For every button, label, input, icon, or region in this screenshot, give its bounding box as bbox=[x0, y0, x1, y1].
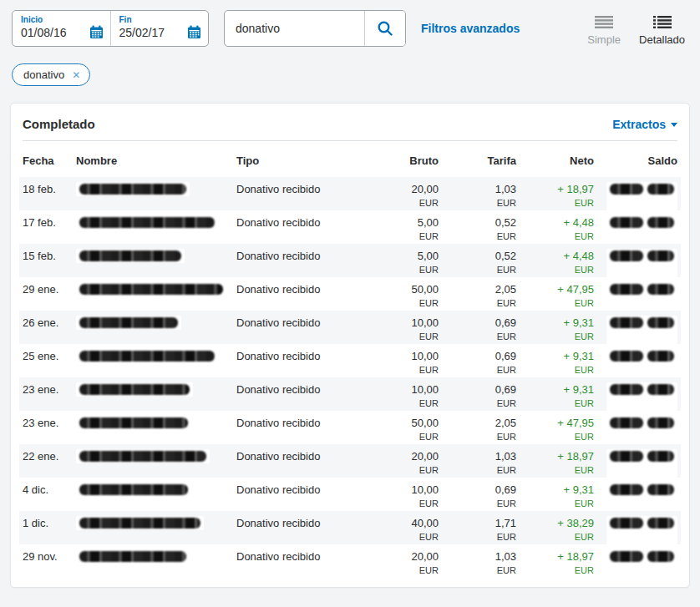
cell-tipo: Donativo recibido bbox=[236, 351, 368, 377]
redacted-name bbox=[79, 484, 188, 495]
cell-nombre bbox=[76, 451, 236, 478]
cell-tipo: Donativo recibido bbox=[236, 184, 368, 210]
cell-saldo bbox=[594, 484, 677, 511]
cell-fecha: 17 feb. bbox=[23, 217, 76, 244]
redacted-name bbox=[79, 351, 215, 362]
detailed-view-icon bbox=[652, 15, 672, 29]
filter-chip-donativo[interactable]: donativo ✕ bbox=[12, 63, 90, 86]
date-end-value[interactable]: 25/02/17 bbox=[119, 26, 165, 39]
redacted-balance bbox=[606, 282, 677, 311]
redacted-name bbox=[79, 551, 186, 562]
cell-neto: + 47,95EUR bbox=[516, 417, 594, 444]
redacted-name bbox=[79, 417, 188, 428]
cell-tarifa: 1,03EUR bbox=[439, 551, 516, 578]
cell-tipo: Donativo recibido bbox=[236, 250, 368, 277]
table-row[interactable]: 23 ene. Donativo recibido 10,00EUR 0,69E… bbox=[19, 377, 681, 411]
column-header-saldo: Saldo bbox=[594, 154, 677, 167]
cell-tarifa: 0,69EUR bbox=[439, 317, 516, 344]
table-row[interactable]: 25 ene. Donativo recibido 10,00EUR 0,69E… bbox=[19, 344, 681, 377]
cell-tarifa: 0,69EUR bbox=[439, 484, 516, 511]
date-end-field[interactable]: Fin 25/02/17 bbox=[111, 11, 209, 46]
cell-neto: + 18,97EUR bbox=[516, 184, 594, 210]
cell-neto: + 38,29EUR bbox=[516, 518, 594, 544]
cell-saldo bbox=[594, 417, 677, 444]
cell-bruto: 20,00EUR bbox=[368, 184, 439, 210]
column-header-fecha: Fecha bbox=[23, 154, 76, 167]
cell-tarifa: 0,69EUR bbox=[439, 384, 516, 411]
column-header-neto: Neto bbox=[516, 154, 594, 167]
cell-tipo: Donativo recibido bbox=[236, 384, 368, 411]
calendar-icon[interactable] bbox=[187, 25, 201, 39]
advanced-filters-link[interactable]: Filtros avanzados bbox=[421, 10, 520, 47]
date-start-value[interactable]: 01/08/16 bbox=[21, 26, 67, 39]
column-header-nombre: Nombre bbox=[76, 154, 236, 167]
redacted-name bbox=[79, 518, 200, 529]
cell-nombre bbox=[76, 250, 236, 277]
cell-bruto: 10,00EUR bbox=[368, 384, 439, 411]
table-row[interactable]: 23 ene. Donativo recibido 50,00EUR 2,05E… bbox=[19, 411, 681, 444]
cell-neto: + 9,31EUR bbox=[516, 317, 594, 344]
cell-bruto: 50,00EUR bbox=[368, 417, 439, 444]
date-start-field[interactable]: Inicio 01/08/16 bbox=[13, 11, 110, 46]
table-row[interactable]: 15 feb. Donativo recibido 5,00EUR 0,52EU… bbox=[19, 244, 681, 277]
view-simple-label: Simple bbox=[587, 33, 621, 46]
column-header-bruto: Bruto bbox=[368, 154, 439, 167]
cell-bruto: 40,00EUR bbox=[368, 518, 439, 544]
table-row[interactable]: 4 dic. Donativo recibido 10,00EUR 0,69EU… bbox=[19, 478, 681, 511]
cell-fecha: 26 ene. bbox=[23, 317, 76, 344]
table-row[interactable]: 17 feb. Donativo recibido 5,00EUR 0,52EU… bbox=[19, 210, 681, 244]
table-row[interactable]: 29 ene. Donativo recibido 50,00EUR 2,05E… bbox=[19, 277, 681, 311]
cell-tarifa: 0,52EUR bbox=[439, 217, 516, 244]
cell-saldo bbox=[594, 384, 677, 411]
table-row[interactable]: 26 ene. Donativo recibido 10,00EUR 0,69E… bbox=[19, 311, 681, 344]
cell-fecha: 1 dic. bbox=[23, 518, 76, 544]
cell-tarifa: 0,52EUR bbox=[439, 250, 516, 277]
view-toggle: Simple Detallado bbox=[587, 10, 685, 46]
view-simple-button[interactable]: Simple bbox=[587, 15, 621, 46]
redacted-balance bbox=[606, 449, 677, 478]
cell-saldo bbox=[594, 250, 677, 277]
table-row[interactable]: 22 ene. Donativo recibido 20,00EUR 1,03E… bbox=[19, 444, 681, 478]
cell-neto: + 9,31EUR bbox=[516, 351, 594, 377]
extractos-label: Extractos bbox=[612, 118, 666, 131]
cell-bruto: 20,00EUR bbox=[368, 551, 439, 578]
table-header-row: Fecha Nombre Tipo Bruto Tarifa Neto Sald… bbox=[19, 141, 681, 177]
cell-bruto: 10,00EUR bbox=[368, 317, 439, 344]
cell-nombre bbox=[76, 217, 236, 244]
table-row[interactable]: 1 dic. Donativo recibido 40,00EUR 1,71EU… bbox=[19, 511, 681, 544]
redacted-balance bbox=[606, 483, 677, 511]
table-row[interactable]: 29 nov. Donativo recibido 20,00EUR 1,03E… bbox=[19, 544, 681, 578]
table-row[interactable]: 18 feb. Donativo recibido 20,00EUR 1,03E… bbox=[19, 177, 681, 210]
cell-neto: + 47,95EUR bbox=[516, 284, 594, 311]
cell-neto: + 9,31EUR bbox=[516, 384, 594, 411]
redacted-balance bbox=[606, 182, 677, 210]
cell-neto: + 9,31EUR bbox=[516, 484, 594, 511]
cell-nombre bbox=[76, 351, 236, 377]
cell-neto: + 18,97EUR bbox=[516, 451, 594, 478]
filter-bar: Inicio 01/08/16 bbox=[0, 0, 700, 47]
cell-tarifa: 0,69EUR bbox=[439, 351, 516, 377]
extractos-dropdown[interactable]: Extractos bbox=[612, 118, 677, 131]
view-detailed-label: Detallado bbox=[639, 33, 685, 46]
cell-saldo bbox=[594, 184, 677, 210]
cell-bruto: 5,00EUR bbox=[368, 217, 439, 244]
cell-saldo bbox=[594, 217, 677, 244]
cell-tarifa: 1,03EUR bbox=[439, 451, 516, 478]
redacted-balance bbox=[606, 382, 677, 411]
calendar-icon[interactable] bbox=[89, 25, 104, 39]
cell-bruto: 5,00EUR bbox=[368, 250, 439, 277]
chip-close-icon[interactable]: ✕ bbox=[72, 70, 80, 80]
search-box bbox=[224, 10, 406, 47]
active-filters-row: donativo ✕ bbox=[0, 47, 700, 86]
search-button[interactable] bbox=[364, 11, 405, 46]
view-detailed-button[interactable]: Detallado bbox=[639, 15, 685, 46]
redacted-balance bbox=[606, 416, 677, 444]
cell-nombre bbox=[76, 384, 236, 411]
redacted-name bbox=[79, 384, 190, 395]
transactions-card: Completado Extractos Fecha Nombre Tipo B… bbox=[10, 103, 690, 588]
cell-nombre bbox=[76, 417, 236, 444]
cell-fecha: 15 feb. bbox=[23, 250, 76, 277]
redacted-balance bbox=[606, 249, 677, 277]
cell-neto: + 18,97EUR bbox=[516, 551, 594, 578]
search-input[interactable] bbox=[225, 11, 364, 46]
